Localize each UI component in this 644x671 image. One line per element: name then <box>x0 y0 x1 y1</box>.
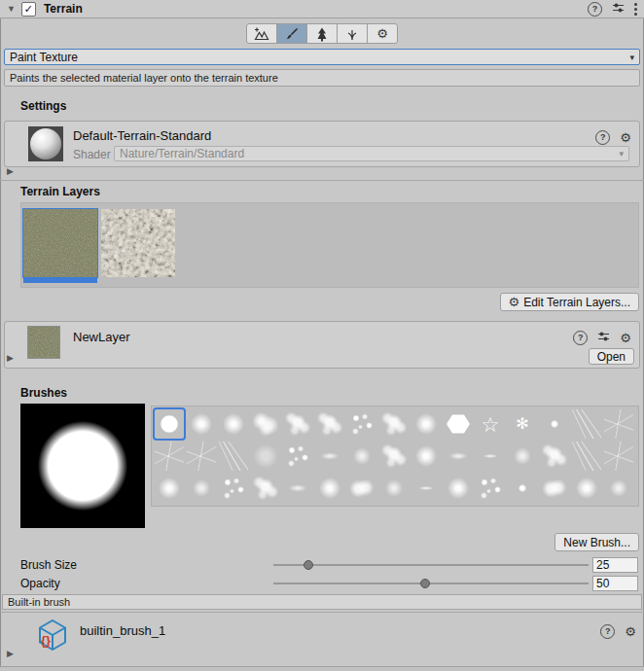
gear-icon[interactable]: ⚙ <box>625 625 636 638</box>
help-icon[interactable]: ? <box>573 331 588 345</box>
brush-thumbnail-soft[interactable] <box>155 474 184 503</box>
paint-mode-dropdown[interactable]: Paint Texture ▾ <box>4 49 640 65</box>
layer-asset-thumbnail[interactable] <box>28 327 59 358</box>
tool-paint-terrain[interactable] <box>276 23 307 44</box>
brush-thumbnail-splat[interactable] <box>540 441 569 471</box>
brush-thumbnail-cloud[interactable] <box>347 474 376 503</box>
material-preview-thumbnail[interactable] <box>28 126 63 161</box>
brush-thumbnail-dot-small[interactable] <box>540 409 569 439</box>
preset-icon[interactable] <box>597 331 610 345</box>
edit-terrain-layers-button[interactable]: ⚙ Edit Terrain Layers... <box>500 293 639 311</box>
brush-thumbnail-soft[interactable] <box>572 474 601 503</box>
brush-thumbnail-twigs[interactable] <box>604 409 633 439</box>
component-foldout-icon[interactable]: ▼ <box>7 5 16 14</box>
layer-asset-name: NewLayer <box>73 330 130 344</box>
gear-icon[interactable]: ⚙ <box>620 131 631 144</box>
brush-thumbnail-soft[interactable] <box>219 409 248 439</box>
brush-thumbnail-twigs[interactable] <box>187 441 216 471</box>
brush-thumbnail-dots[interactable] <box>219 474 248 503</box>
brush-thumbnail-faint[interactable] <box>251 441 280 471</box>
new-brush-label: New Brush... <box>563 536 630 549</box>
brush-thumbnail-soft[interactable] <box>411 441 441 471</box>
builtin-brush-foldout-icon[interactable]: ▶ <box>7 650 14 658</box>
brush-thumbnail-soft[interactable] <box>315 474 344 503</box>
brush-thumbnail-scratch[interactable] <box>572 441 601 471</box>
terrain-layers-section-label: Terrain Layers <box>20 185 100 198</box>
selected-layer-indicator <box>23 278 97 283</box>
brush-thumbnail-star-outline[interactable]: ☆ <box>476 409 505 439</box>
brush-thumbnail-cloud[interactable] <box>540 474 569 503</box>
tool-terrain-settings[interactable]: ⚙ <box>367 23 398 44</box>
brush-grid: ☆✻ <box>151 406 639 507</box>
brush-thumbnail-dot-small[interactable] <box>508 474 537 503</box>
material-header-box: Default-Terrain-Standard ? ⚙ Shader Natu… <box>4 121 640 167</box>
brush-thumbnail-scratch[interactable] <box>572 409 601 439</box>
brush-thumbnail-splat[interactable] <box>379 441 409 471</box>
opacity-slider-track[interactable] <box>273 583 589 584</box>
opacity-slider[interactable] <box>273 577 589 590</box>
terrain-layer-palette <box>20 202 639 288</box>
tool-paint-details[interactable] <box>337 23 368 44</box>
brush-thumbnail-streak[interactable] <box>283 474 312 503</box>
open-layer-button[interactable]: Open <box>589 348 634 365</box>
preset-icon[interactable] <box>612 2 625 17</box>
brush-thumbnail-disc[interactable] <box>155 409 184 439</box>
shader-dropdown[interactable]: Nature/Terrain/Standard ▾ <box>114 146 629 161</box>
chevron-down-icon: ▾ <box>629 53 634 62</box>
brush-thumbnail-streak[interactable] <box>315 441 344 471</box>
brush-thumbnail-soft2[interactable] <box>187 474 216 503</box>
component-enabled-checkbox[interactable]: ✓ <box>21 2 36 17</box>
terrain-layer-thumbnail-rock[interactable] <box>101 209 175 283</box>
window-footer <box>0 666 644 671</box>
brush-thumbnail-soft2[interactable] <box>508 441 537 471</box>
brush-thumbnail-soft2[interactable] <box>379 474 409 503</box>
inspector-header: ▼ ✓ Terrain ? <box>0 0 644 18</box>
brush-thumbnail-dots[interactable] <box>476 474 505 503</box>
brush-thumbnail-soft2[interactable] <box>604 474 633 503</box>
brush-thumbnail-dots[interactable] <box>283 441 312 471</box>
brush-size-slider[interactable] <box>273 558 589 572</box>
brush-size-slider-thumb[interactable] <box>304 560 313 570</box>
brush-size-slider-track[interactable] <box>273 564 589 566</box>
brush-thumbnail-soft[interactable] <box>444 474 473 503</box>
help-icon[interactable]: ? <box>588 2 602 17</box>
brush-thumbnail-mottle[interactable] <box>251 409 280 439</box>
brush-thumbnail-scratch[interactable] <box>219 441 248 471</box>
help-icon[interactable]: ? <box>595 130 610 145</box>
context-menu-icon[interactable] <box>634 3 637 16</box>
brush-thumbnail-twigs[interactable] <box>155 441 184 471</box>
brush-thumbnail-twigs[interactable] <box>604 441 633 471</box>
tool-paint-trees[interactable] <box>306 23 338 44</box>
component-title: Terrain <box>44 2 582 16</box>
brush-thumbnail-hexagon[interactable] <box>444 409 473 439</box>
gear-icon[interactable]: ⚙ <box>620 332 631 344</box>
layer-foldout-icon[interactable]: ▶ <box>7 354 14 363</box>
brush-size-field[interactable] <box>592 557 638 573</box>
shader-value: Nature/Terrain/Standard <box>120 147 244 160</box>
brush-thumbnail-splat[interactable] <box>315 409 344 439</box>
tool-create-neighbor-terrains[interactable] <box>246 23 277 44</box>
brush-thumbnail-streak[interactable] <box>444 441 473 471</box>
builtin-brush-bar-label: Built-in brush <box>8 596 70 608</box>
brush-thumbnail-soft[interactable] <box>411 409 441 439</box>
opacity-field[interactable] <box>592 576 638 591</box>
brush-thumbnail-burst[interactable]: ✻ <box>508 409 537 439</box>
brush-size-label: Brush Size <box>20 558 77 572</box>
brush-thumbnail-splat[interactable] <box>251 474 280 503</box>
brush-thumbnail-soft[interactable] <box>187 409 216 439</box>
new-brush-button[interactable]: New Brush... <box>555 533 639 551</box>
chevron-down-icon: ▾ <box>619 149 624 159</box>
brush-thumbnail-splat[interactable] <box>379 409 409 439</box>
help-icon[interactable]: ? <box>600 624 615 639</box>
material-foldout-icon[interactable]: ▶ <box>7 167 14 176</box>
terrain-layer-asset-box: NewLayer ? ⚙ Open <box>4 321 640 369</box>
brush-thumbnail-dots[interactable] <box>347 409 376 439</box>
brush-thumbnail-soft2[interactable] <box>347 441 376 471</box>
brush-thumbnail-dash[interactable] <box>411 474 441 503</box>
brush-thumbnail-dash[interactable] <box>476 441 505 471</box>
brush-thumbnail-splat[interactable] <box>283 409 312 439</box>
builtin-brush-bar: Built-in brush <box>2 594 642 610</box>
terrain-toolbar: ⚙ <box>0 23 644 44</box>
terrain-layer-thumbnail-grass[interactable] <box>23 209 97 283</box>
opacity-slider-thumb[interactable] <box>420 579 430 588</box>
